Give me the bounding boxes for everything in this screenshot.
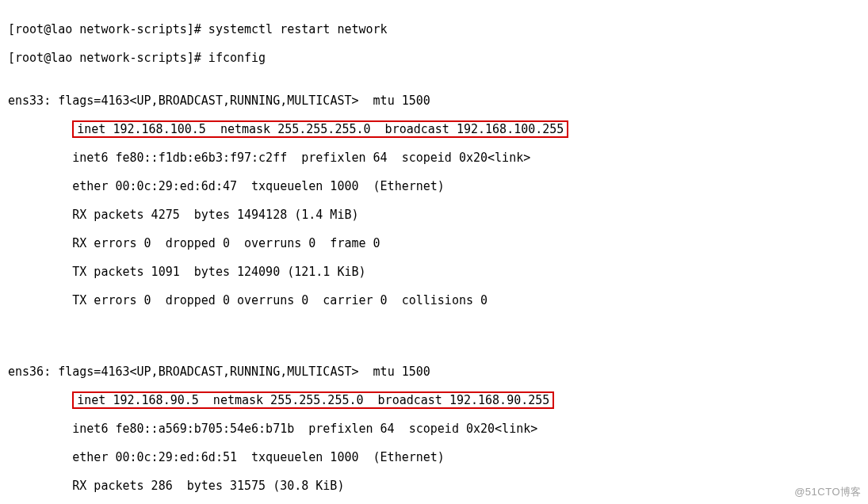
shell-command-2: [root@lao network-scripts]# ifconfig (8, 51, 860, 65)
if-ens33-rxp: RX packets 4275 bytes 1494128 (1.4 MiB) (8, 208, 860, 222)
if-ens33-txp: TX packets 1091 bytes 124090 (121.1 KiB) (8, 265, 860, 279)
if-ens33-txe: TX errors 0 dropped 0 overruns 0 carrier… (8, 293, 860, 307)
if-ens36-inet6: inet6 fe80::a569:b705:54e6:b71b prefixle… (8, 422, 860, 436)
if-ens33-header: ens33: flags=4163<UP,BROADCAST,RUNNING,M… (8, 94, 860, 108)
highlight-ens36-inet: inet 192.168.90.5 netmask 255.255.255.0 … (72, 391, 554, 409)
terminal-output: [root@lao network-scripts]# systemctl re… (0, 0, 868, 504)
highlight-ens33-inet: inet 192.168.100.5 netmask 255.255.255.0… (72, 120, 568, 138)
if-ens36-ether: ether 00:0c:29:ed:6d:51 txqueuelen 1000 … (8, 450, 860, 464)
if-ens36-flags: flags=4163<UP,BROADCAST,RUNNING,MULTICAS… (51, 365, 430, 379)
watermark-text: @51CTO博客 (794, 485, 862, 499)
if-ens33-inet-row: inet 192.168.100.5 netmask 255.255.255.0… (8, 122, 860, 136)
if-ens36-inet-row: inet 192.168.90.5 netmask 255.255.255.0 … (8, 393, 860, 407)
if-ens33-flags: flags=4163<UP,BROADCAST,RUNNING,MULTICAS… (51, 94, 430, 108)
if-ens36-name: ens36: (8, 365, 51, 379)
if-ens33-name: ens33: (8, 94, 51, 108)
if-ens33-ether: ether 00:0c:29:ed:6d:47 txqueuelen 1000 … (8, 179, 860, 193)
if-ens36-header: ens36: flags=4163<UP,BROADCAST,RUNNING,M… (8, 365, 860, 379)
shell-command-1: [root@lao network-scripts]# systemctl re… (8, 22, 860, 36)
if-ens36-rxp: RX packets 286 bytes 31575 (30.8 KiB) (8, 479, 860, 493)
if-ens33-inet6: inet6 fe80::f1db:e6b3:f97:c2ff prefixlen… (8, 151, 860, 165)
if-ens33-rxe: RX errors 0 dropped 0 overruns 0 frame 0 (8, 236, 860, 250)
blank-row (8, 322, 860, 336)
